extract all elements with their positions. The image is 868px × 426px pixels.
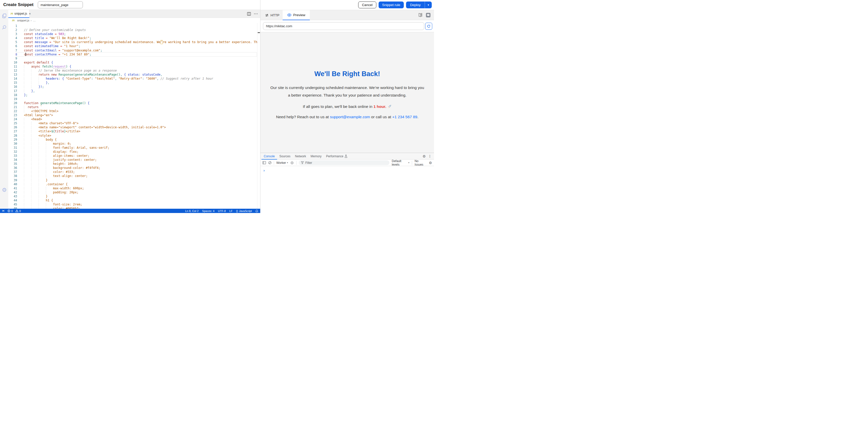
snippet-name-input[interactable]: [38, 1, 83, 8]
code-line[interactable]: 27 <title>${title}</title>: [8, 129, 260, 133]
code-line[interactable]: 28 <style>: [8, 134, 260, 138]
code-line[interactable]: 13 return new Response(generateMaintenan…: [8, 73, 260, 77]
live-expression-eye-icon[interactable]: [290, 161, 294, 164]
context-selector[interactable]: Worker▾: [276, 161, 288, 165]
close-tab-icon[interactable]: ×: [29, 12, 31, 16]
breadcrumb[interactable]: JS snippet.js › …: [8, 18, 260, 23]
code-line[interactable]: 30 margin: 0;: [8, 142, 260, 146]
code-line[interactable]: 16 });: [8, 85, 260, 89]
code-line[interactable]: 45 font-size: 2rem;: [8, 202, 260, 206]
code-line[interactable]: 18};: [8, 93, 260, 97]
code-line[interactable]: 4const title = "We'll Be Right Back!";: [8, 36, 260, 40]
code-line[interactable]: 38 text-align: center;: [8, 174, 260, 178]
code-line[interactable]: 19: [8, 97, 260, 101]
language-mode[interactable]: {} JavaScript: [236, 209, 252, 212]
maintenance-message: Our site is currently undergoing schedul…: [269, 84, 426, 99]
filter-funnel-icon: [301, 161, 304, 164]
console-prompt[interactable]: ›: [264, 168, 265, 172]
split-editor-icon[interactable]: [247, 12, 251, 16]
code-line[interactable]: 12 // Serve the maintenance page as a re…: [8, 68, 260, 73]
devtools-settings-icon[interactable]: ⚙: [423, 154, 426, 158]
chevron-right-icon: ›: [31, 19, 32, 22]
files-icon[interactable]: [1, 13, 7, 19]
code-line[interactable]: 21 return `: [8, 105, 260, 109]
code-line[interactable]: 1: [8, 24, 260, 28]
code-line[interactable]: 10export default {: [8, 60, 260, 64]
code-line[interactable]: 35 height: 100vh;: [8, 162, 260, 166]
code-line[interactable]: 39 }: [8, 178, 260, 182]
code-line[interactable]: 46 color: #0056b3;: [8, 206, 260, 209]
tab-http[interactable]: HTTP: [265, 10, 279, 20]
settings-gear-icon[interactable]: ⚙: [1, 187, 7, 193]
log-levels-selector[interactable]: Default levels▾: [392, 159, 409, 166]
flask-icon: [345, 154, 347, 158]
more-actions-icon[interactable]: ···: [254, 12, 258, 16]
tab-preview[interactable]: Preview: [283, 10, 310, 20]
snippet-rule-button[interactable]: Snippet rule: [379, 1, 404, 8]
remote-indicator-icon[interactable]: ><: [2, 209, 4, 212]
cancel-button[interactable]: Cancel: [358, 1, 376, 8]
tab-console[interactable]: Console: [261, 153, 277, 160]
support-email-link[interactable]: support@example.com: [330, 115, 370, 119]
preview-url-input[interactable]: [263, 22, 424, 30]
code-line[interactable]: 32 display: flex;: [8, 150, 260, 154]
editor-scrollbar[interactable]: [257, 23, 260, 209]
phone-link[interactable]: +1 234 567 89: [392, 115, 417, 119]
code-line[interactable]: 17 },: [8, 89, 260, 93]
docs-book-icon[interactable]: [418, 13, 423, 17]
tab-network[interactable]: Network: [293, 153, 308, 160]
code-line[interactable]: 7const contactEmail = "support@example.c…: [8, 48, 260, 52]
code-line[interactable]: 25 <meta charset="UTF-8">: [8, 121, 260, 125]
search-icon[interactable]: [1, 24, 7, 30]
problems-status[interactable]: 0 0: [7, 209, 21, 212]
code-line[interactable]: 8const contactPhone = "+1 234 567 89";: [8, 52, 260, 56]
code-line[interactable]: 26 <meta name="viewport" content="width=…: [8, 125, 260, 129]
kebab-menu-icon[interactable]: ⋮: [428, 154, 432, 158]
code-line[interactable]: 24 <head>: [8, 117, 260, 121]
code-line[interactable]: 31 font-family: Arial, sans-serif;: [8, 146, 260, 150]
code-line[interactable]: 11 async fetch(request) {: [8, 64, 260, 68]
encoding[interactable]: UTF-8: [218, 209, 226, 212]
code-line[interactable]: 3const statusCode = 503;: [8, 32, 260, 36]
notifications-bell-icon[interactable]: [255, 209, 258, 212]
breadcrumb-more[interactable]: …: [33, 19, 36, 22]
issues-counter[interactable]: No Issues: [414, 159, 427, 166]
code-line[interactable]: 22 <!DOCTYPE html>: [8, 109, 260, 113]
console-filter-input[interactable]: Filter: [299, 160, 390, 165]
tab-snippet-js[interactable]: JS snippet.js ×: [8, 10, 29, 18]
tab-sources[interactable]: Sources: [277, 153, 293, 160]
eol-sequence[interactable]: LF: [229, 209, 232, 212]
code-line[interactable]: 6const estimatedTime = "1 hour";: [8, 44, 260, 48]
code-line[interactable]: 37 color: #333;: [8, 170, 260, 174]
code-line[interactable]: 34 justify-content: center;: [8, 158, 260, 162]
deploy-dropdown-icon[interactable]: ▼: [425, 1, 432, 8]
cursor-position[interactable]: Ln 8, Col 2: [185, 209, 198, 212]
code-line[interactable]: 20function generateMaintenancePage() {: [8, 101, 260, 105]
tab-performance[interactable]: Performance: [324, 153, 350, 160]
code-line[interactable]: 9: [8, 56, 260, 60]
code-line[interactable]: 2// Define your customizable inputs: [8, 28, 260, 32]
code-line[interactable]: 23<html lang="en">: [8, 113, 260, 117]
code-line[interactable]: 41 max-width: 600px;: [8, 186, 260, 190]
code-line[interactable]: 36 background-color: #f4f4f4;: [8, 166, 260, 170]
indentation[interactable]: Spaces: 4: [202, 209, 214, 212]
refresh-button[interactable]: [425, 23, 432, 30]
code-line[interactable]: 40 .container {: [8, 182, 260, 186]
code-editor[interactable]: 12// Define your customizable inputs3con…: [8, 23, 260, 209]
code-line[interactable]: 5const message = "Our site is currently …: [8, 40, 260, 44]
clear-console-icon[interactable]: [268, 161, 272, 164]
console-settings-icon[interactable]: ⚙: [429, 161, 432, 165]
code-line[interactable]: 14 headers: { "Content-Type": "text/html…: [8, 77, 260, 81]
code-line[interactable]: 44 h1 {: [8, 198, 260, 202]
code-line[interactable]: 42 padding: 20px;: [8, 190, 260, 194]
tab-memory[interactable]: Memory: [308, 153, 324, 160]
console-sidebar-toggle-icon[interactable]: [262, 161, 266, 164]
code-line[interactable]: 33 align-items: center;: [8, 154, 260, 158]
code-line[interactable]: 29 body {: [8, 138, 260, 142]
console-log-area[interactable]: ›: [260, 166, 434, 213]
code-line[interactable]: 43 }: [8, 194, 260, 198]
deploy-button[interactable]: Deploy ▼: [406, 1, 432, 8]
code-line[interactable]: 15 },: [8, 81, 260, 85]
breadcrumb-file[interactable]: snippet.js: [17, 19, 29, 22]
discord-icon[interactable]: [426, 13, 431, 18]
